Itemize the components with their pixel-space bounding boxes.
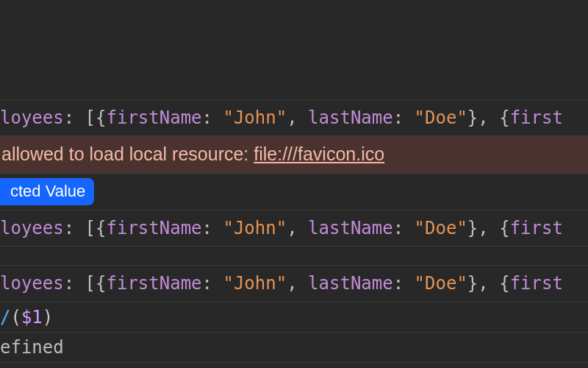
error-message-text: allowed to load local resource: bbox=[1, 144, 254, 164]
key: lastName bbox=[308, 273, 393, 294]
string-literal: "Doe" bbox=[415, 273, 467, 294]
console-blank-area bbox=[0, 0, 588, 100]
console-result-row[interactable]: efined bbox=[0, 333, 588, 363]
key: firstName bbox=[107, 107, 202, 128]
string-literal: "Doe" bbox=[415, 107, 467, 128]
console-log-row[interactable]: loyees: [{firstName: "John", lastName: "… bbox=[0, 210, 588, 247]
punct: }, bbox=[467, 107, 499, 128]
console-error-row[interactable]: allowed to load local resource: file:///… bbox=[0, 136, 588, 174]
function-name: / bbox=[0, 307, 10, 328]
key: first bbox=[510, 218, 563, 238]
string-literal: "John" bbox=[223, 107, 287, 128]
punct: { bbox=[499, 273, 509, 294]
punct: { bbox=[499, 107, 509, 128]
console-log-row[interactable]: loyees: [{firstName: "John", lastName: "… bbox=[0, 266, 588, 302]
error-resource-link[interactable]: file:///favicon.ico bbox=[254, 144, 384, 164]
key: lastName bbox=[308, 107, 393, 128]
property-name: loyees bbox=[0, 273, 64, 294]
punct: : bbox=[393, 273, 415, 294]
punct: }, bbox=[467, 218, 499, 238]
property-name: loyees bbox=[0, 218, 64, 238]
key: first bbox=[510, 273, 563, 294]
row-gap bbox=[0, 247, 588, 266]
punct: : bbox=[64, 218, 85, 238]
function-arg: $1 bbox=[21, 307, 43, 328]
punct: , bbox=[287, 218, 308, 238]
key: first bbox=[510, 107, 563, 128]
key: firstName bbox=[107, 273, 202, 294]
property-name: loyees bbox=[0, 107, 64, 128]
console-log-row[interactable]: loyees: [{firstName: "John", lastName: "… bbox=[0, 100, 588, 136]
punct: : bbox=[64, 107, 85, 128]
punct: : bbox=[202, 273, 223, 294]
console-expression-row[interactable]: /($1) bbox=[0, 302, 588, 333]
punct: }, bbox=[467, 273, 499, 294]
punct-open: [{ bbox=[85, 218, 107, 238]
devtools-console: loyees: [{firstName: "John", lastName: "… bbox=[0, 0, 588, 363]
punct: { bbox=[499, 218, 509, 238]
punct-open: [{ bbox=[85, 107, 107, 128]
punct: , bbox=[287, 107, 308, 128]
key: lastName bbox=[308, 218, 393, 238]
punct: , bbox=[287, 273, 308, 294]
punct: : bbox=[202, 218, 223, 238]
key: firstName bbox=[107, 218, 202, 238]
punct: : bbox=[393, 218, 415, 238]
punct: : bbox=[202, 107, 223, 128]
string-literal: "Doe" bbox=[415, 218, 467, 238]
punct: : bbox=[64, 273, 85, 294]
string-literal: "John" bbox=[223, 218, 287, 238]
result-text: efined bbox=[0, 337, 64, 358]
selected-value-badge[interactable]: cted Value bbox=[0, 178, 94, 205]
string-literal: "John" bbox=[223, 273, 287, 294]
punct: : bbox=[393, 107, 415, 128]
punct-open: [{ bbox=[85, 273, 107, 294]
paren-open: ( bbox=[10, 307, 21, 328]
paren-close: ) bbox=[43, 307, 53, 328]
selected-value-row: cted Value bbox=[0, 174, 588, 210]
